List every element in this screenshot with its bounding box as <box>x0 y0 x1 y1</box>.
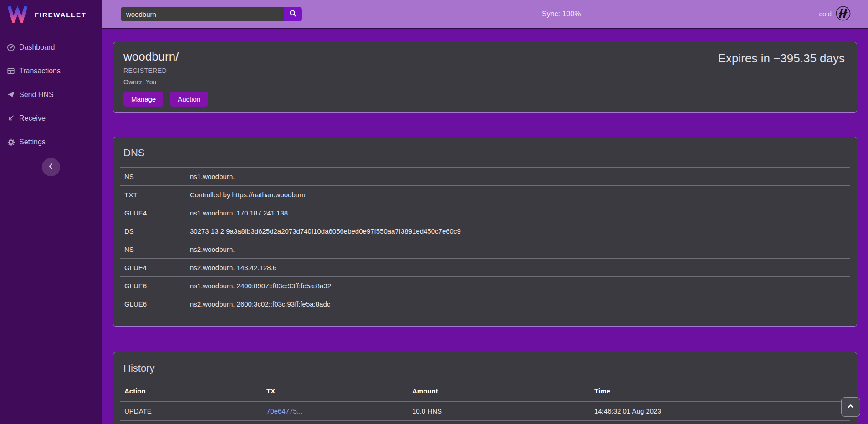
history-title: History <box>123 363 847 374</box>
history-col-amount: Amount <box>408 383 590 402</box>
history-time: 15:45:36 07 Feb 2023 <box>590 421 850 424</box>
dns-record-type: TXT <box>120 186 185 204</box>
topbar: Sync: 100% cold <box>102 0 868 29</box>
history-action: RENEW <box>120 421 262 424</box>
history-card: History Action TX Amount Time UPDATE 70e… <box>113 352 857 424</box>
gear-icon <box>7 138 15 146</box>
history-col-action: Action <box>120 383 262 402</box>
history-row: UPDATE 70e64775... 10.0 HNS 14:46:32 01 … <box>120 402 850 421</box>
send-icon <box>7 91 15 99</box>
scroll-to-top-button[interactable] <box>841 397 860 417</box>
firewallet-app: FIREWALLET Dashboard <box>0 0 868 424</box>
dns-table: NS ns1.woodburn. TXT Controlled by https… <box>120 167 850 313</box>
dns-record-type: GLUE6 <box>120 295 185 313</box>
history-amount: 10.0 HNS <box>408 402 590 421</box>
tx-link[interactable]: 70e64775... <box>266 407 302 415</box>
history-header-row: Action TX Amount Time <box>120 383 850 402</box>
sidebar-item-transactions[interactable]: Transactions <box>0 59 102 83</box>
search-icon <box>289 10 297 19</box>
sidebar-item-label: Receive <box>19 114 46 123</box>
handshake-logo-icon <box>836 6 851 22</box>
dns-record-value: ns2.woodburn. 2600:3c02::f03c:93ff:fe5a:… <box>185 295 850 313</box>
receive-arrow-icon <box>7 114 15 123</box>
dns-record-row: TXT Controlled by https://nathan.woodbur… <box>120 186 850 204</box>
dns-record-row: GLUE6 ns2.woodburn. 2600:3c02::f03c:93ff… <box>120 295 850 313</box>
dns-record-value: ns1.woodburn. 2400:8907::f03c:93ff:fe5a:… <box>185 277 850 295</box>
sidebar-item-label: Transactions <box>19 67 61 75</box>
sidebar-item-label: Settings <box>19 138 46 146</box>
search-group <box>121 7 302 21</box>
auction-button[interactable]: Auction <box>170 92 208 107</box>
gauge-icon <box>7 43 15 51</box>
dns-record-type: GLUE4 <box>120 204 185 222</box>
dns-record-row: DS 30273 13 2 9a3a8fb3d625d2a2073d740f10… <box>120 222 850 240</box>
dns-record-type: GLUE4 <box>120 259 185 277</box>
wallet-name: cold <box>819 10 832 18</box>
sidebar-item-dashboard[interactable]: Dashboard <box>0 36 102 59</box>
sidebar-collapse-button[interactable] <box>42 158 60 176</box>
chevron-left-icon <box>47 163 55 172</box>
history-col-tx: TX <box>262 383 408 402</box>
dns-record-row: NS ns1.woodburn. <box>120 168 850 186</box>
sidebar-nav: Dashboard Transactions <box>0 29 102 154</box>
domain-buttons: Manage Auction <box>123 92 847 107</box>
sidebar-item-receive[interactable]: Receive <box>0 107 102 130</box>
brand-name: FIREWALLET <box>35 11 87 19</box>
dns-record-value: ns2.woodburn. 143.42.128.6 <box>185 259 850 277</box>
dns-record-value: Controlled by https://nathan.woodburn <box>185 186 850 204</box>
wallet-selector[interactable]: cold <box>819 0 851 28</box>
history-row: RENEW d72e0fe3... 10.0 HNS 15:45:36 07 F… <box>120 421 850 424</box>
dns-record-type: NS <box>120 240 185 259</box>
domain-owner: Owner: You <box>123 78 847 86</box>
dns-record-type: NS <box>120 168 185 186</box>
history-col-time: Time <box>590 383 850 402</box>
search-input[interactable] <box>121 7 284 21</box>
domain-expiry: Expires in ~395.35 days <box>718 51 845 66</box>
history-table: Action TX Amount Time UPDATE 70e64775...… <box>120 383 850 424</box>
dns-record-row: GLUE6 ns1.woodburn. 2400:8907::f03c:93ff… <box>120 277 850 295</box>
history-time: 14:46:32 01 Aug 2023 <box>590 402 850 421</box>
chevron-up-icon <box>847 403 854 412</box>
domain-status: REGISTERED <box>123 67 847 74</box>
dns-record-value: ns1.woodburn. <box>185 168 850 186</box>
domain-card: woodburn/ REGISTERED Owner: You Manage A… <box>113 42 857 113</box>
dns-card: DNS NS ns1.woodburn. TXT Controlled by h… <box>113 137 857 327</box>
history-amount: 10.0 HNS <box>408 421 590 424</box>
dns-record-value: ns1.woodburn. 170.187.241.138 <box>185 204 850 222</box>
firewallet-logo-icon <box>7 5 28 25</box>
manage-button[interactable]: Manage <box>123 92 163 107</box>
dns-title: DNS <box>123 147 847 159</box>
sidebar-item-label: Dashboard <box>19 43 55 51</box>
history-action: UPDATE <box>120 402 262 421</box>
dns-record-type: GLUE6 <box>120 277 185 295</box>
dns-record-row: GLUE4 ns2.woodburn. 143.42.128.6 <box>120 259 850 277</box>
sidebar-item-settings[interactable]: Settings <box>0 130 102 154</box>
dns-record-value: 30273 13 2 9a3a8fb3d625d2a2073d740f10da6… <box>185 222 850 240</box>
dns-record-row: NS ns2.woodburn. <box>120 240 850 259</box>
sync-status: Sync: 100% <box>542 0 581 28</box>
table-icon <box>7 67 15 75</box>
sidebar: FIREWALLET Dashboard <box>0 0 102 424</box>
dns-record-row: GLUE4 ns1.woodburn. 170.187.241.138 <box>120 204 850 222</box>
brand: FIREWALLET <box>0 0 102 29</box>
sidebar-item-label: Send HNS <box>19 91 54 99</box>
main-content: woodburn/ REGISTERED Owner: You Manage A… <box>102 29 868 424</box>
sidebar-item-send-hns[interactable]: Send HNS <box>0 83 102 107</box>
search-button[interactable] <box>284 7 302 21</box>
dns-record-type: DS <box>120 222 185 240</box>
dns-record-value: ns2.woodburn. <box>185 240 850 259</box>
